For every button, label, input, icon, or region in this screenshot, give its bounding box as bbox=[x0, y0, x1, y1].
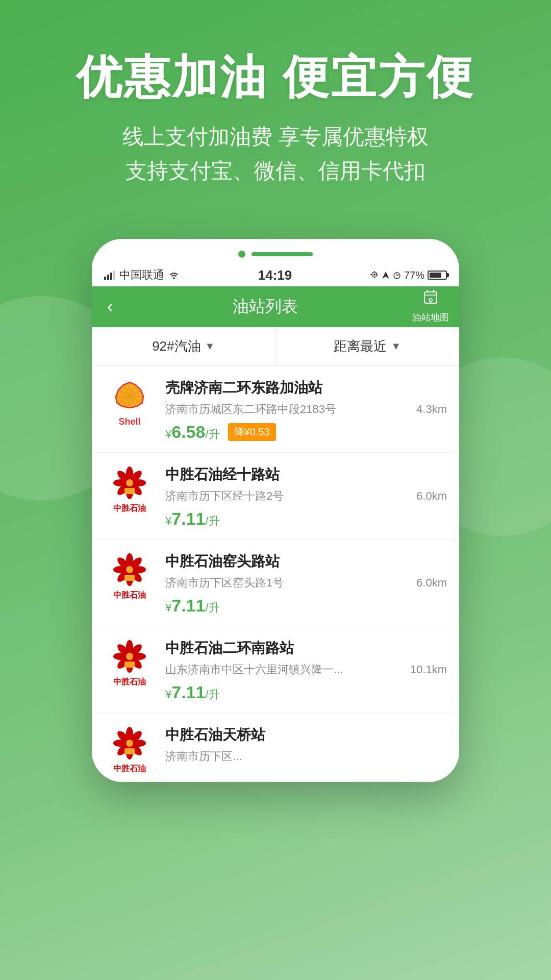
svg-point-50 bbox=[126, 653, 133, 660]
svg-rect-59 bbox=[124, 748, 135, 754]
svg-rect-49 bbox=[124, 662, 135, 668]
station-name-5: 中胜石油天桥站 bbox=[165, 725, 447, 745]
svg-rect-29 bbox=[124, 488, 135, 494]
back-button[interactable]: ‹ bbox=[102, 291, 118, 323]
station-info-4: 中胜石油二环南路站 山东济南市中区十六里河镇兴隆一... 10.1km ¥7.1… bbox=[165, 639, 447, 702]
table-row[interactable]: 中胜石油 中胜石油二环南路站 山东济南市中区十六里河镇兴隆一... 10.1km… bbox=[92, 626, 459, 713]
status-bar: 中国联通 14:19 bbox=[92, 264, 459, 286]
station-info-3: 中胜石油窑头路站 济南市历下区窑头路1号 6.0km ¥7.11/升 bbox=[165, 552, 447, 616]
sort-filter[interactable]: 距离最近 ▼ bbox=[276, 327, 460, 365]
svg-point-60 bbox=[126, 740, 133, 747]
hero-title: 优惠加油 便宜方便 bbox=[31, 51, 520, 104]
status-right: 77% bbox=[370, 270, 447, 281]
svg-point-40 bbox=[126, 566, 133, 573]
map-icon bbox=[421, 290, 440, 311]
zhongsheng-logo-icon-3 bbox=[109, 553, 150, 589]
station-info-2: 中胜石油经十路站 济南市历下区经十路2号 6.0km ¥7.11/升 bbox=[165, 465, 447, 529]
station-info-5: 中胜石油天桥站 济南市历下区... bbox=[165, 725, 447, 769]
station-address-3: 济南市历下区窑头路1号 bbox=[165, 575, 411, 591]
station-info-1: 壳牌济南二环东路加油站 济南市历城区东二环路中段2183号 4.3km ¥6.5… bbox=[165, 378, 447, 442]
map-button[interactable]: 油站地图 bbox=[412, 290, 449, 324]
signal-icon bbox=[104, 271, 115, 280]
station-logo-shell: Shell bbox=[104, 378, 155, 429]
zhongsheng-text-3: 中胜石油 bbox=[113, 590, 146, 601]
svg-rect-1 bbox=[107, 275, 109, 280]
fuel-filter[interactable]: 92#汽油 ▼ bbox=[92, 327, 276, 365]
zhongsheng-logo-icon-5 bbox=[109, 727, 150, 763]
station-logo-zhongsheng-2: 中胜石油 bbox=[104, 465, 155, 516]
navigation-icon bbox=[382, 271, 390, 279]
zhongsheng-logo-icon-2 bbox=[109, 467, 150, 502]
station-price-1: ¥6.58/升 bbox=[165, 422, 220, 442]
table-row[interactable]: 中胜石油 中胜石油经十路站 济南市历下区经十路2号 6.0km ¥7.11/升 bbox=[92, 453, 459, 540]
svg-rect-39 bbox=[124, 575, 135, 581]
svg-marker-11 bbox=[382, 272, 389, 279]
station-name-1: 壳牌济南二环东路加油站 bbox=[165, 378, 447, 398]
discount-badge-1: 降¥0.53 bbox=[228, 423, 276, 441]
svg-rect-0 bbox=[104, 277, 106, 280]
svg-point-4 bbox=[173, 278, 175, 279]
station-address-1: 济南市历城区东二环路中段2183号 bbox=[165, 402, 411, 417]
station-logo-zhongsheng-3: 中胜石油 bbox=[104, 552, 155, 603]
station-address-4: 山东济南市中区十六里河镇兴隆一... bbox=[165, 662, 405, 677]
alarm-icon bbox=[393, 271, 401, 279]
map-button-label: 油站地图 bbox=[412, 311, 449, 324]
station-distance-1: 4.3km bbox=[416, 403, 447, 416]
nav-title: 油站列表 bbox=[233, 296, 298, 318]
table-row[interactable]: Shell 壳牌济南二环东路加油站 济南市历城区东二环路中段2183号 4.3k… bbox=[92, 366, 459, 453]
zhongsheng-text-5: 中胜石油 bbox=[113, 764, 146, 774]
location-icon bbox=[370, 271, 379, 279]
svg-point-30 bbox=[126, 479, 133, 486]
status-carrier: 中国联通 bbox=[104, 267, 180, 283]
table-row[interactable]: 中胜石油 中胜石油天桥站 济南市历下区... bbox=[92, 713, 459, 782]
svg-point-6 bbox=[373, 274, 375, 276]
wifi-icon bbox=[168, 271, 180, 280]
station-distance-2: 6.0km bbox=[416, 489, 447, 503]
station-logo-zhongsheng-4: 中胜石油 bbox=[104, 639, 155, 690]
nav-bar: ‹ 油站列表 油站地图 bbox=[92, 286, 459, 327]
status-time: 14:19 bbox=[258, 267, 292, 283]
svg-rect-3 bbox=[113, 271, 115, 280]
svg-rect-2 bbox=[110, 273, 112, 280]
phone-top-bar bbox=[92, 239, 459, 264]
station-logo-zhongsheng-5: 中胜石油 bbox=[104, 725, 155, 776]
phone-mockup: 中国联通 14:19 bbox=[92, 239, 459, 782]
zhongsheng-text-2: 中胜石油 bbox=[113, 503, 146, 514]
station-list: Shell 壳牌济南二环东路加油站 济南市历城区东二环路中段2183号 4.3k… bbox=[92, 366, 459, 782]
station-name-4: 中胜石油二环南路站 bbox=[165, 639, 447, 658]
station-price-4: ¥7.11/升 bbox=[165, 682, 220, 702]
battery-icon bbox=[428, 271, 447, 280]
filter-bar: 92#汽油 ▼ 距离最近 ▼ bbox=[92, 327, 459, 366]
station-distance-3: 6.0km bbox=[416, 576, 447, 590]
station-address-5: 济南市历下区... bbox=[165, 749, 442, 764]
svg-point-19 bbox=[429, 299, 432, 302]
shell-text: Shell bbox=[118, 416, 140, 427]
phone-speaker bbox=[252, 252, 313, 256]
station-distance-4: 10.1km bbox=[410, 663, 447, 676]
map-pin-icon bbox=[421, 290, 440, 308]
shell-logo-icon bbox=[109, 380, 150, 415]
station-name-3: 中胜石油窑头路站 bbox=[165, 552, 447, 571]
table-row[interactable]: 中胜石油 中胜石油窑头路站 济南市历下区窑头路1号 6.0km ¥7.11/升 bbox=[92, 540, 459, 626]
station-address-2: 济南市历下区经十路2号 bbox=[165, 488, 411, 504]
fuel-filter-arrow: ▼ bbox=[205, 340, 215, 352]
zhongsheng-text-4: 中胜石油 bbox=[113, 677, 146, 688]
sort-filter-arrow: ▼ bbox=[391, 340, 401, 352]
station-price-2: ¥7.11/升 bbox=[165, 509, 220, 529]
phone-dot bbox=[238, 251, 245, 258]
station-price-3: ¥7.11/升 bbox=[165, 596, 220, 616]
station-name-2: 中胜石油经十路站 bbox=[165, 465, 447, 484]
hero-subtitle: 线上支付加油费 享专属优惠特权 支持支付宝、微信、信用卡代扣 bbox=[31, 119, 520, 188]
zhongsheng-logo-icon-4 bbox=[109, 640, 150, 676]
